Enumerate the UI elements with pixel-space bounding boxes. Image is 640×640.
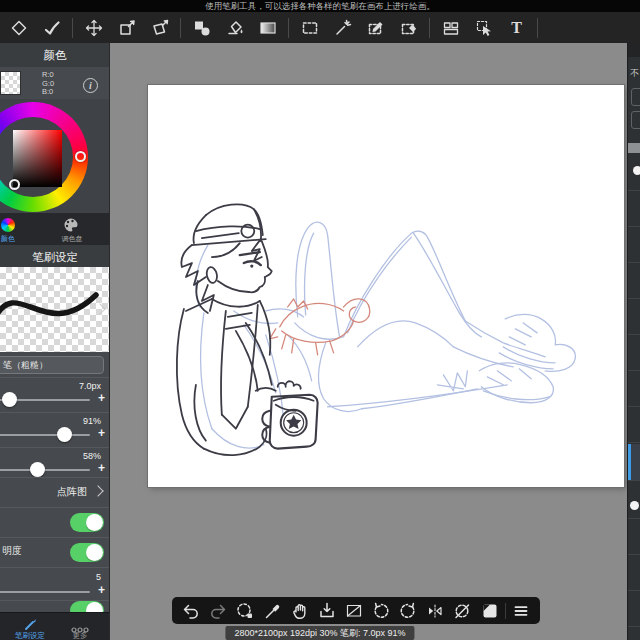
brush-opacity-slider[interactable] (0, 434, 90, 436)
chevron-right-icon[interactable] (92, 485, 103, 496)
import-save-icon[interactable] (315, 600, 339, 622)
brush-param-slider[interactable] (0, 469, 90, 471)
top-toolbar: T (0, 12, 640, 43)
brush-param-value: 58% (83, 451, 101, 461)
layers-slider-knob[interactable] (633, 166, 640, 175)
divider (0, 477, 110, 478)
layers-scroll-knob[interactable] (630, 501, 639, 510)
layer-row-selected[interactable] (628, 444, 640, 480)
color-wheel-tab-icon[interactable] (1, 218, 15, 232)
toolbar-separator (429, 18, 430, 38)
material-panel-icon[interactable] (478, 600, 502, 622)
move-tool-icon[interactable] (77, 15, 110, 41)
fill-bucket-tool-icon[interactable] (218, 15, 251, 41)
text-tool-icon[interactable]: T (500, 15, 533, 41)
magic-wand-tool-icon[interactable] (326, 15, 359, 41)
menu-icon[interactable] (509, 600, 533, 622)
flip-horizontal-icon[interactable] (423, 600, 447, 622)
pressure-size-toggle[interactable] (70, 513, 104, 532)
select-rectangle-tool-icon[interactable] (293, 15, 326, 41)
brush-name[interactable]: 笔（粗糙） (0, 356, 104, 374)
stabilizer-slider[interactable] (0, 591, 90, 593)
divider (0, 537, 110, 538)
brush-preview[interactable] (0, 267, 110, 352)
divider (0, 377, 110, 378)
brush-param-plus-button[interactable]: + (98, 461, 105, 475)
hand-icon[interactable] (288, 600, 312, 622)
canvas-artwork (148, 85, 624, 487)
drawing-canvas[interactable] (148, 85, 624, 487)
layers-slider-track[interactable] (628, 143, 640, 153)
layers-button[interactable] (631, 88, 640, 106)
layers-strip-header (628, 43, 640, 57)
tab-more-label[interactable]: 更多 (62, 631, 98, 640)
toolbar-separator (72, 18, 73, 38)
brush-opacity-plus-button[interactable]: + (98, 426, 105, 440)
undo-icon[interactable] (179, 600, 203, 622)
brush-opacity-value: 91% (83, 416, 101, 426)
eyedropper-icon[interactable] (261, 600, 285, 622)
status-bar: 2800*2100px 192dpi 30% 笔刷: 7.0px 91% (225, 626, 414, 640)
tab-brush-settings-label[interactable]: 笔刷设定 (2, 631, 58, 640)
clip-diagonal-icon[interactable] (342, 600, 366, 622)
redo-icon[interactable] (206, 600, 230, 622)
hue-knob[interactable] (75, 151, 86, 162)
diamond-shape-tool-icon[interactable] (2, 15, 35, 41)
rgb-readout: R:0 G:0 B:0 (42, 71, 54, 97)
panel-tab-bar: 笔刷设定 更多 (0, 612, 110, 640)
layers-button[interactable] (631, 111, 640, 129)
layers-opacity-partial-label: 不 (630, 67, 639, 80)
rgb-b: B:0 (42, 88, 54, 97)
toolbar-separator (537, 18, 538, 38)
stabilizer-value: 5 (96, 572, 101, 582)
pressure-opacity-label: 明度 (2, 544, 22, 558)
brush-panel-title: 笔刷设定 (0, 245, 110, 269)
divider (0, 412, 110, 413)
sv-knob[interactable] (9, 179, 20, 190)
paint-app-window: 使用笔刷工具，可以选择各种各样的笔刷在画布上进行绘画。 (0, 0, 640, 640)
brush-param-knob[interactable] (30, 462, 45, 477)
tab-color-label[interactable]: 颜色 (0, 234, 24, 244)
panel-layout-icon[interactable] (434, 15, 467, 41)
saturation-value-square[interactable] (13, 130, 62, 187)
tab-palette-label[interactable]: 调色盘 (52, 234, 92, 244)
brush-size-value: 7.0px (79, 381, 101, 391)
select-pen-tool-icon[interactable] (359, 15, 392, 41)
bottom-toolbar-separator (505, 603, 506, 619)
left-tool-panel: 颜色 R:0 G:0 B:0 i 颜色 调色盘 笔刷设定 笔（粗糙） (0, 43, 110, 640)
rotate-left-icon[interactable] (369, 600, 393, 622)
bitmap-label[interactable]: 点阵图 (57, 485, 87, 499)
color-wheel-area (0, 99, 110, 213)
toolbar-separator (180, 18, 181, 38)
color-panel-tabs: 颜色 调色盘 (0, 213, 110, 245)
brush-size-plus-button[interactable]: + (98, 391, 105, 405)
divider (0, 447, 110, 448)
brush-stroke-tool-icon[interactable] (35, 15, 68, 41)
reset-rotation-icon[interactable] (450, 600, 474, 622)
layers-panel-strip[interactable]: 不 (627, 43, 640, 640)
brush-opacity-knob[interactable] (57, 427, 72, 442)
shapes-tool-icon[interactable] (185, 15, 218, 41)
stabilizer-plus-button[interactable]: + (98, 583, 105, 597)
bottom-toolbar (172, 597, 540, 624)
select-eraser-tool-icon[interactable] (392, 15, 425, 41)
deselect-icon[interactable] (233, 600, 257, 622)
current-color-swatch[interactable] (0, 71, 21, 95)
gradient-tool-icon[interactable] (251, 15, 284, 41)
text-tool-glyph: T (511, 19, 522, 37)
color-panel-title: 颜色 (0, 43, 110, 67)
toolbar-separator (288, 18, 289, 38)
rotate-right-icon[interactable] (396, 600, 420, 622)
divider (0, 567, 110, 568)
mesh-transform-tool-icon[interactable] (143, 15, 176, 41)
info-icon[interactable]: i (83, 78, 98, 93)
brush-size-knob[interactable] (2, 392, 17, 407)
object-select-tool-icon[interactable] (467, 15, 500, 41)
transform-tool-icon[interactable] (110, 15, 143, 41)
divider (0, 507, 110, 508)
pressure-opacity-toggle[interactable] (70, 543, 104, 562)
hint-text: 使用笔刷工具，可以选择各种各样的笔刷在画布上进行绘画。 (0, 0, 640, 12)
